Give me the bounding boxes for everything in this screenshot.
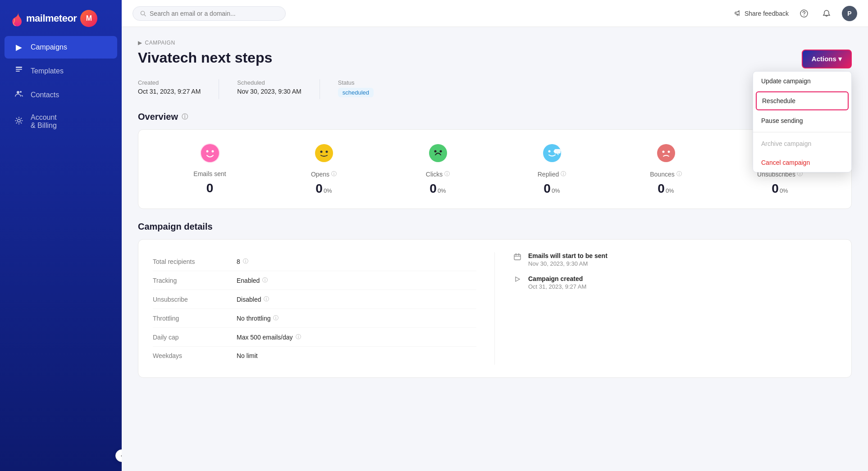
- detail-row-dailycap: Daily cap Max 500 emails/day ⓘ: [153, 328, 476, 347]
- detail-weekdays-label: Weekdays: [153, 352, 229, 359]
- details-right: Emails will start to be sent Nov 30, 202…: [495, 252, 837, 365]
- avatar[interactable]: P: [842, 6, 857, 21]
- detail-unsubscribe-value: Disabled ⓘ: [237, 295, 269, 303]
- stat-clicks-value: 00%: [429, 181, 446, 196]
- status-badge: scheduled: [338, 88, 374, 97]
- sidebar-item-account-billing[interactable]: Account& Billing: [5, 107, 117, 136]
- meta-scheduled: Scheduled Nov 30, 2023, 9:30 AM: [237, 79, 301, 95]
- stat-sent-emoji: [199, 142, 221, 167]
- svg-point-5: [18, 119, 20, 122]
- dropdown-item-update[interactable]: Update campaign: [753, 72, 851, 91]
- sidebar-item-templates[interactable]: Templates: [5, 59, 117, 82]
- stat-replied-emoji: [541, 142, 563, 167]
- detail-throttling-value: No throttling ⓘ: [237, 314, 279, 322]
- dropdown-item-pause[interactable]: Pause sending: [753, 111, 851, 130]
- meta-status: Status scheduled: [338, 79, 374, 97]
- search-bar[interactable]: [132, 6, 286, 21]
- stat-opens-label: Opens ⓘ: [311, 170, 337, 178]
- created-value: Oct 31, 2023, 9:27 AM: [138, 88, 201, 95]
- created-label: Created: [138, 79, 201, 86]
- play-icon: [513, 276, 522, 284]
- timeline-created-title: Campaign created: [528, 275, 586, 282]
- stat-clicks-label: Clicks ⓘ: [426, 170, 450, 178]
- detail-row-tracking: Tracking Enabled ⓘ: [153, 271, 476, 290]
- details-left: Total recipients 8 ⓘ Tracking Enabled ⓘ …: [153, 252, 495, 365]
- stat-replied-label: Replied ⓘ: [538, 170, 566, 178]
- detail-unsubscribe-label: Unsubscribe: [153, 296, 229, 303]
- templates-icon: [14, 66, 24, 76]
- svg-rect-2: [16, 71, 20, 72]
- contacts-icon: [14, 90, 24, 100]
- detail-tracking-value: Enabled ⓘ: [237, 276, 268, 284]
- sidebar-item-account-billing-label: Account& Billing: [31, 113, 57, 130]
- svg-point-4: [20, 91, 22, 93]
- search-input[interactable]: [150, 10, 278, 17]
- detail-recipients-value: 8 ⓘ: [237, 258, 248, 265]
- actions-wrapper: Actions ▾ Update campaign Reschedule Pau…: [802, 50, 852, 68]
- svg-point-16: [325, 151, 328, 153]
- search-icon: [140, 10, 146, 17]
- sidebar-item-templates-label: Templates: [31, 67, 64, 75]
- timeline-item-created: Campaign created Oct 31, 2023, 9:27 AM: [513, 275, 837, 290]
- stat-sent-value: 0: [206, 181, 214, 195]
- campaigns-icon: ▶: [14, 42, 24, 52]
- timeline-created-date: Oct 31, 2023, 9:27 AM: [528, 283, 586, 290]
- actions-dropdown: Update campaign Reschedule Pause sending…: [753, 71, 852, 172]
- svg-point-8: [804, 15, 804, 16]
- stat-opens-emoji: [313, 142, 335, 167]
- details-grid: Total recipients 8 ⓘ Tracking Enabled ⓘ …: [153, 252, 837, 365]
- svg-point-25: [657, 144, 675, 162]
- svg-point-18: [434, 150, 436, 153]
- svg-point-22: [548, 150, 550, 153]
- stat-clicks: Clicks ⓘ 00%: [381, 142, 495, 196]
- stat-opens-value: 00%: [315, 181, 332, 196]
- notifications-button[interactable]: [819, 6, 834, 21]
- topbar-right: Share feedback P: [735, 6, 857, 21]
- svg-rect-24: [554, 149, 561, 154]
- svg-point-27: [667, 151, 670, 153]
- stat-sent-label: Emails sent: [193, 170, 226, 177]
- scheduled-label: Scheduled: [237, 79, 301, 86]
- overview-info-icon[interactable]: ⓘ: [182, 113, 188, 121]
- actions-button[interactable]: Actions ▾: [802, 50, 852, 68]
- stat-replied-value: 00%: [544, 181, 560, 196]
- details-title-text: Campaign details: [138, 222, 213, 232]
- main-content: Share feedback P ▶ CAMPAIGN: [122, 0, 868, 471]
- overview-card: Emails sent 0 Opens ⓘ 00%: [138, 129, 852, 209]
- svg-rect-0: [16, 67, 22, 68]
- dropdown-divider: [753, 132, 851, 132]
- help-button[interactable]: [797, 6, 811, 21]
- share-feedback-button[interactable]: Share feedback: [735, 10, 789, 17]
- stat-bounces-value: 00%: [658, 181, 674, 196]
- timeline-send-title: Emails will start to be sent: [528, 252, 608, 259]
- dropdown-item-archive[interactable]: Archive campaign: [753, 134, 851, 153]
- account-billing-icon: [14, 117, 24, 127]
- overview-title-text: Overview: [138, 112, 178, 122]
- meta-divider-2: [320, 79, 320, 99]
- dropdown-item-cancel[interactable]: Cancel campaign: [753, 153, 851, 172]
- detail-row-throttling: Throttling No throttling ⓘ: [153, 309, 476, 328]
- sidebar-item-contacts[interactable]: Contacts: [5, 83, 117, 106]
- timeline-item-send: Emails will start to be sent Nov 30, 202…: [513, 252, 837, 267]
- sidebar-item-campaigns[interactable]: ▶ Campaigns: [5, 36, 117, 59]
- detail-row-unsubscribe: Unsubscribe Disabled ⓘ: [153, 290, 476, 309]
- campaign-meta: Created Oct 31, 2023, 9:27 AM Scheduled …: [138, 79, 852, 99]
- svg-point-15: [320, 151, 322, 153]
- svg-rect-1: [16, 69, 22, 70]
- dropdown-item-reschedule[interactable]: Reschedule: [756, 91, 849, 110]
- topbar: Share feedback P: [122, 0, 868, 27]
- breadcrumb: ▶ CAMPAIGN: [138, 40, 852, 46]
- page-content: ▶ CAMPAIGN Vivatech next steps Actions ▾…: [122, 27, 868, 471]
- details-card: Total recipients 8 ⓘ Tracking Enabled ⓘ …: [138, 239, 852, 378]
- scheduled-value: Nov 30, 2023, 9:30 AM: [237, 88, 301, 95]
- meta-divider-1: [219, 79, 219, 99]
- svg-point-11: [206, 150, 208, 153]
- sidebar-item-campaigns-label: Campaigns: [31, 43, 67, 51]
- svg-point-26: [662, 151, 664, 153]
- status-label: Status: [338, 79, 374, 86]
- breadcrumb-label: CAMPAIGN: [145, 40, 175, 46]
- page-title: Vivatech next steps: [138, 50, 272, 66]
- megaphone-icon: [735, 10, 742, 17]
- detail-recipients-label: Total recipients: [153, 258, 229, 265]
- stats-grid: Emails sent 0 Opens ⓘ 00%: [153, 142, 837, 196]
